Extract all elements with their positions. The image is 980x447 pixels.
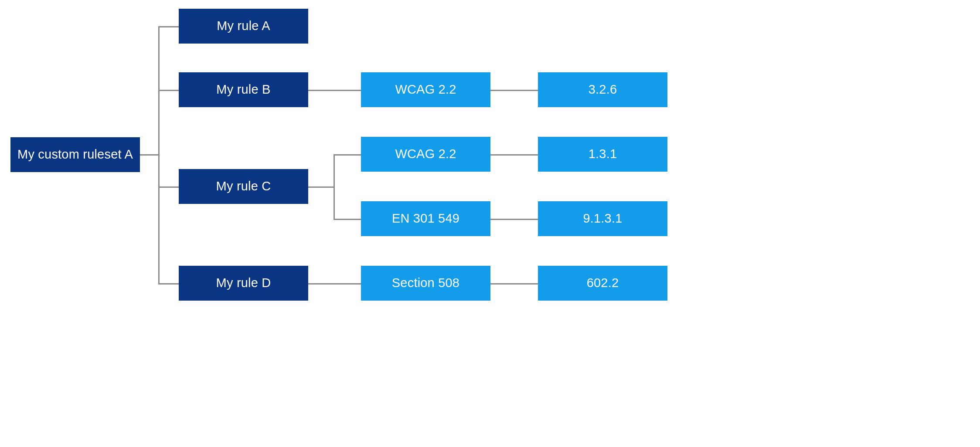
connector (333, 154, 361, 156)
criterion-node-b: 3.2.6 (538, 72, 667, 107)
connector (140, 154, 160, 156)
ruleset-root-node: My custom ruleset A (10, 137, 140, 172)
connector (158, 283, 179, 284)
connector (158, 90, 179, 91)
criterion-node-c-2: 9.1.3.1 (538, 201, 667, 236)
standard-node-d: Section 508 (361, 266, 490, 301)
criterion-node-d: 602.2 (538, 266, 667, 301)
connector (158, 26, 160, 284)
connector (308, 186, 335, 188)
standard-node-c-2: EN 301 549 (361, 201, 490, 236)
connector (333, 219, 361, 220)
connector (333, 154, 335, 220)
rule-node-a: My rule A (179, 9, 308, 44)
rule-node-d: My rule D (179, 266, 308, 301)
standard-node-b: WCAG 2.2 (361, 72, 490, 107)
connector (308, 90, 361, 91)
connector (158, 186, 179, 188)
connector (490, 283, 538, 284)
standard-node-c-1: WCAG 2.2 (361, 137, 490, 172)
connector (308, 283, 361, 284)
connector (490, 219, 538, 220)
rule-node-b: My rule B (179, 72, 308, 107)
criterion-node-c-1: 1.3.1 (538, 137, 667, 172)
connector (158, 26, 179, 27)
rule-node-c: My rule C (179, 169, 308, 204)
connector (490, 90, 538, 91)
ruleset-tree-diagram: My custom ruleset A My rule A My rule B … (0, 0, 678, 309)
connector (490, 154, 538, 156)
